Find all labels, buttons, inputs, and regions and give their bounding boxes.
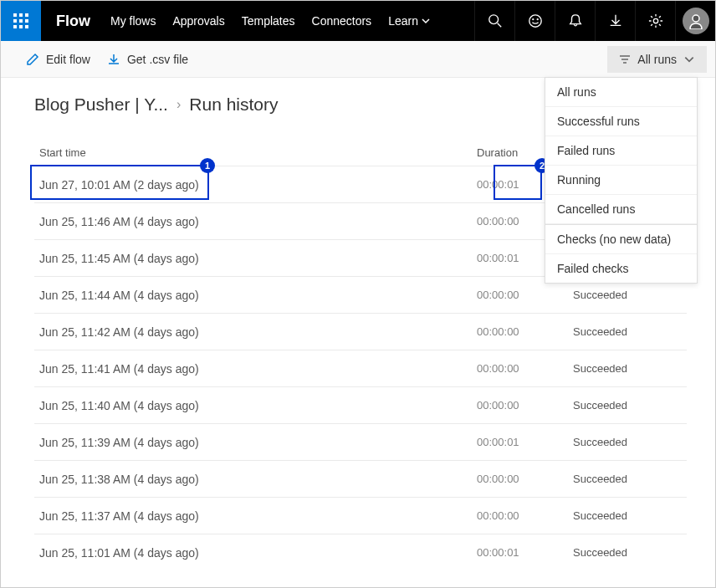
avatar	[683, 8, 709, 34]
dropdown-item-failed[interactable]: Failed runs	[545, 136, 697, 166]
command-bar: Edit flow Get .csv file All runs	[1, 41, 715, 78]
breadcrumb-page: Run history	[189, 95, 278, 115]
run-status: Succeeded	[573, 473, 682, 485]
run-duration: 00:00:00	[477, 289, 573, 301]
svg-rect-3	[13, 19, 17, 23]
svg-point-10	[529, 15, 540, 27]
run-start-time: Jun 25, 11:41 AM (4 days ago)	[39, 362, 477, 376]
primary-nav: My flows Approvals Templates Connectors …	[102, 1, 438, 41]
svg-rect-2	[25, 13, 28, 17]
table-row[interactable]: Jun 25, 11:37 AM (4 days ago)00:00:00Suc…	[34, 497, 687, 534]
chevron-down-icon	[683, 54, 695, 65]
gear-icon	[648, 13, 663, 28]
run-duration: 00:00:01	[477, 436, 573, 448]
search-icon	[488, 13, 503, 28]
table-row[interactable]: Jun 25, 11:40 AM (4 days ago)00:00:00Suc…	[34, 386, 687, 423]
filter-icon	[619, 54, 631, 65]
nav-connectors[interactable]: Connectors	[304, 1, 381, 41]
nav-learn-label: Learn	[388, 14, 418, 28]
edit-flow-button[interactable]: Edit flow	[18, 48, 99, 71]
run-status: Succeeded	[573, 362, 682, 375]
run-status: Succeeded	[573, 509, 682, 522]
bell-icon	[568, 13, 583, 28]
dropdown-item-cancelled[interactable]: Cancelled runs	[545, 195, 697, 224]
filter-dropdown-menu: All runs Successful runs Failed runs Run…	[545, 77, 698, 284]
download-icon	[107, 53, 120, 66]
run-duration: 00:00:00	[477, 509, 573, 522]
svg-rect-0	[13, 13, 17, 17]
run-status: Succeeded	[573, 325, 682, 338]
table-row[interactable]: Jun 25, 11:42 AM (4 days ago)00:00:00Suc…	[34, 313, 687, 350]
svg-rect-8	[25, 25, 28, 28]
pencil-icon	[26, 53, 39, 66]
svg-point-11	[532, 19, 533, 20]
run-status: Succeeded	[573, 399, 682, 412]
run-duration: 00:00:01	[477, 546, 573, 559]
run-status: Succeeded	[573, 289, 682, 301]
nav-approvals[interactable]: Approvals	[164, 1, 233, 41]
nav-learn[interactable]: Learn	[380, 1, 438, 41]
dropdown-item-all-runs[interactable]: All runs	[545, 78, 697, 107]
svg-rect-6	[13, 25, 17, 28]
download-button[interactable]	[595, 1, 635, 41]
svg-rect-1	[19, 13, 23, 17]
table-row[interactable]: Jun 25, 11:38 AM (4 days ago)00:00:00Suc…	[34, 460, 687, 497]
dropdown-item-failed-checks[interactable]: Failed checks	[545, 254, 697, 283]
svg-rect-5	[25, 19, 28, 23]
run-duration: 00:00:00	[477, 399, 573, 412]
run-status: Succeeded	[573, 436, 682, 448]
top-navigation-bar: Flow My flows Approvals Templates Connec…	[1, 1, 715, 41]
waffle-icon	[13, 13, 29, 29]
table-row[interactable]: Jun 25, 11:39 AM (4 days ago)00:00:01Suc…	[34, 423, 687, 460]
svg-rect-4	[19, 19, 23, 23]
svg-point-9	[488, 15, 498, 24]
svg-rect-7	[19, 25, 23, 28]
run-start-time: Jun 25, 11:42 AM (4 days ago)	[39, 325, 477, 339]
svg-point-14	[693, 15, 699, 22]
chevron-right-icon: ›	[176, 97, 181, 112]
run-start-time: Jun 25, 11:01 AM (4 days ago)	[39, 546, 477, 560]
svg-point-13	[653, 18, 657, 23]
nav-templates[interactable]: Templates	[233, 1, 304, 41]
run-duration: 00:00:00	[477, 473, 573, 485]
edit-flow-label: Edit flow	[46, 53, 90, 66]
run-duration: 00:00:00	[477, 325, 573, 338]
get-csv-label: Get .csv file	[127, 53, 188, 66]
search-button[interactable]	[474, 1, 514, 41]
dropdown-item-running[interactable]: Running	[545, 166, 697, 195]
brand-label[interactable]: Flow	[41, 13, 102, 30]
smiley-icon	[528, 13, 543, 28]
annotation-badge-1: 1	[200, 158, 215, 173]
settings-button[interactable]	[635, 1, 675, 41]
run-start-time: Jun 25, 11:38 AM (4 days ago)	[39, 473, 477, 486]
app-launcher-button[interactable]	[1, 1, 41, 41]
filter-label: All runs	[637, 53, 677, 66]
run-status: Succeeded	[573, 546, 682, 559]
svg-point-12	[537, 19, 538, 20]
table-row[interactable]: Jun 25, 11:41 AM (4 days ago)00:00:00Suc…	[34, 350, 687, 386]
dropdown-item-successful[interactable]: Successful runs	[545, 107, 697, 136]
run-start-time: Jun 25, 11:45 AM (4 days ago)	[39, 252, 477, 265]
nav-my-flows[interactable]: My flows	[102, 1, 164, 41]
breadcrumb-flow-name[interactable]: Blog Pusher | Y...	[34, 95, 168, 115]
column-header-start[interactable]: Start time	[39, 146, 477, 159]
run-start-time: Jun 27, 10:01 AM (2 days ago)	[39, 178, 477, 192]
run-start-time: Jun 25, 11:44 AM (4 days ago)	[39, 289, 477, 302]
dropdown-item-checks[interactable]: Checks (no new data)	[545, 224, 697, 254]
feedback-button[interactable]	[514, 1, 555, 41]
account-button[interactable]	[675, 1, 715, 41]
run-start-time: Jun 25, 11:37 AM (4 days ago)	[39, 509, 477, 523]
get-csv-button[interactable]: Get .csv file	[99, 48, 197, 71]
person-icon	[688, 13, 704, 29]
run-start-time: Jun 25, 11:39 AM (4 days ago)	[39, 436, 477, 449]
download-icon	[608, 13, 623, 28]
table-row[interactable]: Jun 25, 11:01 AM (4 days ago)00:00:01Suc…	[34, 534, 687, 570]
run-start-time: Jun 25, 11:46 AM (4 days ago)	[39, 215, 477, 228]
run-start-time: Jun 25, 11:40 AM (4 days ago)	[39, 399, 477, 412]
chevron-down-icon	[422, 17, 430, 25]
run-duration: 00:00:00	[477, 362, 573, 375]
filter-runs-button[interactable]: All runs	[607, 46, 707, 73]
notifications-button[interactable]	[555, 1, 595, 41]
